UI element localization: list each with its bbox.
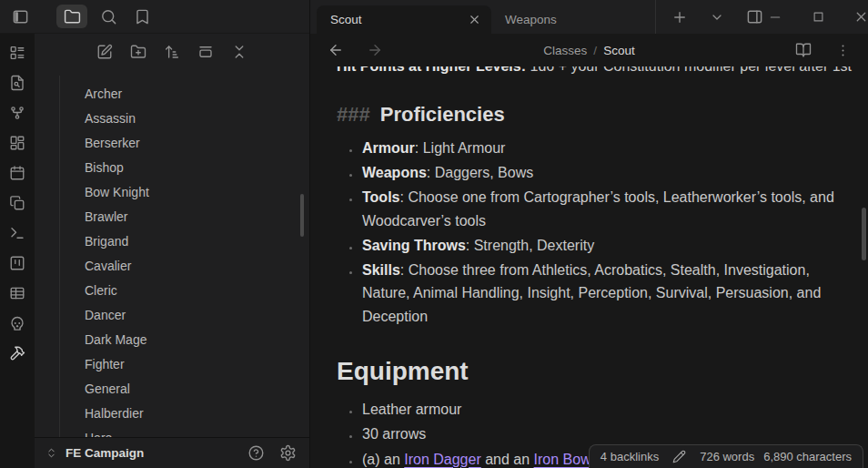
internal-link[interactable]: Iron Bow [534, 452, 591, 467]
list-item: Weapons: Daggers, Bows [361, 161, 852, 185]
breadcrumb-parent[interactable]: Classes [543, 44, 587, 57]
file-list: ArcherAssassinBerserkerBishopBow KnightB… [35, 70, 309, 437]
new-folder-icon[interactable] [127, 41, 149, 63]
help-icon[interactable] [247, 444, 265, 463]
ribbon [0, 34, 35, 468]
file-item[interactable]: Brawler [35, 204, 309, 229]
tab-bar: Scout Weapons [310, 0, 868, 34]
paragraph: Hit Points at Higher Levels: 1d6 + your … [337, 66, 852, 78]
list-item: Armour: Light Armour [361, 137, 852, 160]
file-item[interactable]: Dark Mage [35, 327, 309, 351]
word-count: 726 words [700, 450, 754, 463]
collapse-all-icon[interactable] [228, 41, 250, 63]
fold-icon[interactable] [195, 41, 217, 63]
tab-list-chevron-icon[interactable] [704, 5, 730, 29]
bookmark-tab-icon[interactable] [129, 5, 155, 28]
sidebar-titlebar [0, 0, 309, 34]
kanban-icon[interactable] [6, 254, 28, 272]
file-item[interactable]: Cavalier [35, 253, 309, 278]
explorer-toolbar [35, 34, 309, 70]
minimize-button[interactable] [767, 9, 783, 25]
maximize-button[interactable] [810, 9, 826, 25]
file-item[interactable]: Bow Knight [35, 179, 309, 204]
left-sidebar: ArcherAssassinBerserkerBishopBow KnightB… [0, 0, 309, 468]
note-content: Hit Points at Higher Levels: 1d6 + your … [310, 66, 868, 468]
chevrons-up-down-icon [45, 447, 57, 459]
file-item[interactable]: Berserker [35, 130, 309, 155]
list-item: Saving Throws: Strength, Dexterity [361, 234, 852, 258]
list-item: Leather armour [361, 398, 852, 422]
view-header: Classes/Scout [310, 34, 868, 66]
terminal-icon[interactable] [6, 224, 28, 242]
tab-scout[interactable]: Scout [317, 5, 491, 34]
explorer-scrollbar[interactable] [300, 194, 304, 237]
breadcrumb-separator: / [587, 44, 603, 57]
reading-view-icon[interactable] [791, 38, 816, 62]
editor-scrollbar[interactable] [862, 208, 866, 260]
tab-weapons[interactable]: Weapons [491, 5, 653, 34]
new-tab-icon[interactable] [667, 5, 692, 29]
vault-name: FE Campaign [66, 446, 144, 460]
note-editor[interactable]: Hit Points at Higher Levels: 1d6 + your … [310, 66, 868, 468]
close-tab-icon[interactable] [464, 10, 484, 30]
settings-gear-icon[interactable] [278, 444, 297, 463]
list-item: 30 arrows [361, 422, 852, 446]
edit-mode-pencil-icon [672, 450, 686, 463]
character-count: 6,890 characters [763, 450, 852, 463]
skull-icon[interactable] [6, 314, 28, 332]
editor-pane: Scout Weapons [309, 0, 868, 468]
file-item[interactable]: Archer [35, 81, 309, 106]
file-item[interactable]: Dancer [35, 302, 309, 327]
breadcrumb-current[interactable]: Scout [603, 44, 635, 57]
app-window: ArcherAssassinBerserkerBishopBow KnightB… [0, 0, 868, 468]
vault-switcher[interactable]: FE Campaign [45, 446, 144, 460]
heading: ###Proficiencies [337, 98, 852, 130]
navigate-back-icon[interactable] [323, 38, 348, 62]
internal-link[interactable]: Iron Dagger [404, 452, 481, 467]
tabbar-actions [655, 0, 767, 34]
layout-list-icon[interactable] [6, 44, 28, 62]
file-item[interactable]: General [35, 376, 309, 401]
list-item: Skills: Choose three from Athletics, Acr… [361, 259, 852, 329]
search-tab-icon[interactable] [96, 5, 121, 28]
files-tab-icon[interactable] [56, 5, 87, 28]
vault-row: FE Campaign [35, 437, 309, 468]
file-explorer: ArcherAssassinBerserkerBishopBow KnightB… [35, 34, 309, 468]
more-options-icon[interactable] [830, 38, 855, 62]
file-item[interactable]: Bishop [35, 155, 309, 179]
hammer-icon[interactable] [6, 344, 28, 362]
calendar-icon[interactable] [6, 164, 28, 182]
tab-label: Scout [330, 13, 362, 26]
navigate-forward-icon[interactable] [362, 38, 388, 62]
close-window-button[interactable] [853, 9, 868, 25]
window-controls [767, 0, 868, 34]
dashboard-icon[interactable] [6, 134, 28, 152]
bullet-list: Armour: Light ArmourWeapons: Daggers, Bo… [337, 137, 852, 329]
graph-icon[interactable] [6, 104, 28, 122]
status-bar: 4 backlinks 726 words 6,890 characters [589, 444, 863, 468]
file-item[interactable]: Hero [35, 425, 309, 437]
tab-label: Weapons [505, 13, 557, 26]
file-search-icon[interactable] [6, 74, 28, 92]
indent-guide [59, 76, 60, 437]
file-item[interactable]: Halberdier [35, 401, 309, 425]
copy-icon[interactable] [6, 194, 28, 212]
file-item[interactable]: Brigand [35, 229, 309, 253]
sort-order-icon[interactable] [161, 41, 183, 63]
new-note-icon[interactable] [94, 41, 116, 63]
heading: Equipment [337, 351, 852, 392]
panel-right-toggle-icon[interactable] [742, 5, 767, 29]
panel-left-toggle-icon[interactable] [7, 5, 33, 28]
file-item[interactable]: Fighter [35, 351, 309, 376]
file-item[interactable]: Cleric [35, 278, 309, 302]
table-icon[interactable] [6, 284, 28, 302]
backlinks-count[interactable]: 4 backlinks [601, 450, 659, 463]
breadcrumb: Classes/Scout [310, 44, 868, 57]
list-item: Tools: Choose one from Cartographer’s to… [361, 186, 852, 232]
markdown-hashes: ### [337, 103, 370, 126]
file-item[interactable]: Assassin [35, 106, 309, 130]
